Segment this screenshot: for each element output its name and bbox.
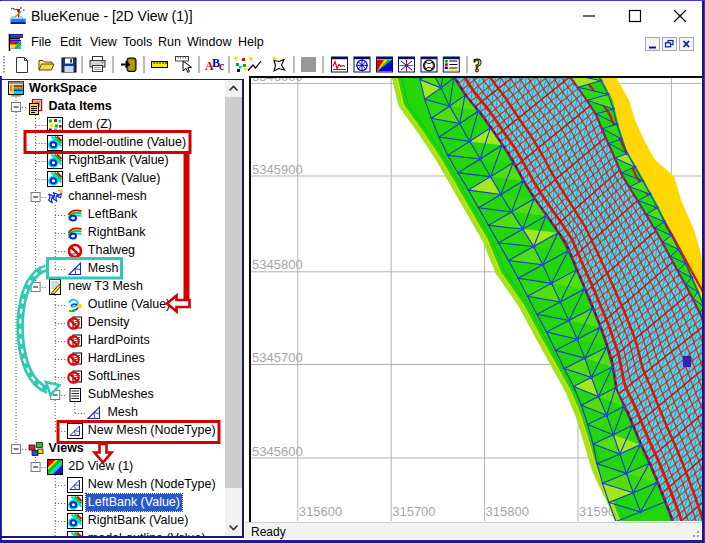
svg-text:5345700: 5345700 <box>252 350 303 365</box>
svg-text:5345800: 5345800 <box>252 257 303 272</box>
svg-text:5345600: 5345600 <box>252 443 303 458</box>
svg-text:?: ? <box>473 56 482 76</box>
svg-text:315800: 315800 <box>485 504 528 519</box>
svg-text:315700: 315700 <box>392 504 435 519</box>
svg-text:315600: 315600 <box>298 504 341 519</box>
svg-text:5346000: 5346000 <box>252 78 303 84</box>
svg-text:c: c <box>219 59 225 73</box>
svg-text:5345900: 5345900 <box>252 161 303 176</box>
